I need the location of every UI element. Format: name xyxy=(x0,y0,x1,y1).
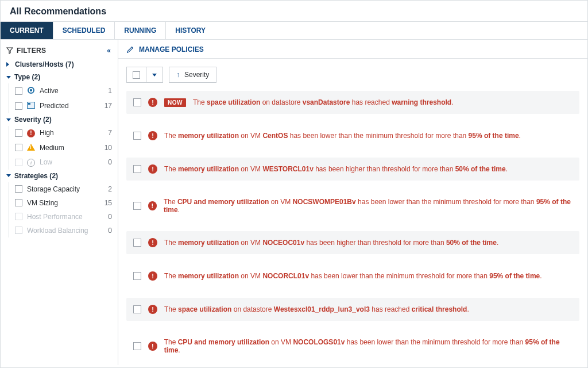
sidebar: FILTERS « Clusters/Hosts (7) Type (2) Ac… xyxy=(1,40,118,365)
recommendation-row[interactable]: !The space utilization on datastore West… xyxy=(126,298,579,321)
filter-item-label: VM Sizing xyxy=(27,199,95,207)
recommendation-message: The space utilization on datastore Weste… xyxy=(164,305,469,313)
layout: FILTERS « Clusters/Hosts (7) Type (2) Ac… xyxy=(1,40,587,365)
filter-item[interactable]: Active1 xyxy=(9,83,118,98)
severity-high-icon: ! xyxy=(148,271,157,281)
severity-high-icon: ! xyxy=(148,131,157,140)
row-checkbox[interactable] xyxy=(133,132,141,140)
caret-right-icon xyxy=(6,62,11,67)
row-checkbox[interactable] xyxy=(133,98,141,106)
filter-item: iLow0 xyxy=(9,155,118,170)
recommendation-message: The memory utilization on VM WESTORCL01v… xyxy=(164,165,508,173)
filter-group-clusters[interactable]: Clusters/Hosts (7) xyxy=(1,58,118,71)
checkbox-icon xyxy=(133,71,140,79)
arrow-up-icon: ↑ xyxy=(176,71,180,79)
checkbox[interactable] xyxy=(15,144,22,151)
recommendation-row[interactable]: !The memory utilization on VM NOCORCL01v… xyxy=(126,264,579,288)
recommendation-row[interactable]: !The memory utilization on VM WESTORCL01… xyxy=(126,158,579,181)
sort-button[interactable]: ↑ Severity xyxy=(169,67,216,83)
filter-item-count: 1 xyxy=(99,87,112,95)
tabs: CURRENTSCHEDULEDRUNNINGHISTORY xyxy=(1,21,587,40)
filter-item[interactable]: Predicted17 xyxy=(9,98,118,113)
row-checkbox[interactable] xyxy=(133,272,141,280)
active-icon xyxy=(27,86,35,95)
severity-high-icon: ! xyxy=(148,305,157,314)
select-all-checkbox[interactable] xyxy=(126,67,146,83)
severity-high-icon: ! xyxy=(148,201,157,210)
tab-scheduled[interactable]: SCHEDULED xyxy=(53,22,115,39)
filter-group-type[interactable]: Type (2) xyxy=(1,71,118,83)
main: MANAGE POLICIES ↑ Severity !NOWThe space… xyxy=(118,40,587,365)
checkbox xyxy=(15,159,22,166)
recommendation-row[interactable]: !The CPU and memory utilization on VM NO… xyxy=(126,331,579,361)
sort-label: Severity xyxy=(184,71,209,79)
manage-policies-link[interactable]: MANAGE POLICIES xyxy=(118,40,587,59)
filter-item-count: 0 xyxy=(99,227,112,235)
filter-item-label: Host Performance xyxy=(27,213,95,221)
checkbox[interactable] xyxy=(15,102,22,110)
row-checkbox[interactable] xyxy=(133,202,141,210)
manage-policies-label: MANAGE POLICIES xyxy=(139,45,204,53)
filter-group-label: Strategies (2) xyxy=(14,172,58,180)
filters-label: FILTERS xyxy=(6,47,46,55)
checkbox[interactable] xyxy=(15,199,22,206)
collapse-sidebar-button[interactable]: « xyxy=(107,47,111,55)
caret-down-icon xyxy=(6,174,11,177)
high-icon: ! xyxy=(27,129,35,137)
checkbox[interactable] xyxy=(15,87,22,95)
caret-down-icon xyxy=(6,118,11,121)
filter-item-count: 7 xyxy=(99,129,112,137)
tab-history[interactable]: HISTORY xyxy=(166,22,215,39)
row-checkbox[interactable] xyxy=(133,165,141,173)
checkbox[interactable] xyxy=(15,185,22,193)
recommendation-row[interactable]: !The memory utilization on VM CentOS has… xyxy=(126,124,579,147)
recommendation-row[interactable]: !NOWThe space utilization on datastore v… xyxy=(126,91,579,114)
filter-item-count: 10 xyxy=(99,144,112,152)
filter-item-count: 0 xyxy=(99,158,112,166)
funnel-icon xyxy=(6,47,13,54)
row-checkbox[interactable] xyxy=(133,342,141,350)
filter-item[interactable]: VM Sizing15 xyxy=(9,196,118,210)
filter-group-label: Clusters/Hosts (7) xyxy=(15,60,74,68)
low-icon: i xyxy=(27,158,35,167)
recommendation-message: The memory utilization on VM NOCORCL01v … xyxy=(164,272,542,280)
page-title: All Recommendations xyxy=(1,1,587,21)
recommendation-message: The memory utilization on VM NOCEOC01v h… xyxy=(164,239,498,247)
row-checkbox[interactable] xyxy=(133,239,141,247)
recommendation-message: The space utilization on datastore vsanD… xyxy=(193,98,454,106)
select-all-dropdown[interactable] xyxy=(146,67,163,83)
predicted-icon xyxy=(27,101,35,110)
filter-item-label: Low xyxy=(40,158,95,166)
filter-item-label: Medium xyxy=(40,144,95,152)
filter-group-label: Severity (2) xyxy=(14,116,52,124)
row-checkbox[interactable] xyxy=(133,305,141,313)
filter-group-strategies[interactable]: Strategies (2) xyxy=(1,170,118,182)
filter-item-label: Active xyxy=(40,87,95,95)
checkbox xyxy=(15,213,22,220)
window: All Recommendations CURRENTSCHEDULEDRUNN… xyxy=(0,0,588,368)
severity-high-icon: ! xyxy=(148,164,157,174)
filters-header: FILTERS « xyxy=(1,44,118,58)
filter-item-label: Storage Capacity xyxy=(27,185,95,193)
checkbox xyxy=(15,227,22,234)
filter-item[interactable]: Storage Capacity2 xyxy=(9,182,118,196)
recommendation-message: The memory utilization on VM CentOS has … xyxy=(164,132,521,140)
filters-text: FILTERS xyxy=(17,47,46,55)
filter-item-count: 15 xyxy=(99,199,112,207)
checkbox[interactable] xyxy=(15,129,22,137)
filter-item[interactable]: Medium10 xyxy=(9,140,118,155)
filter-item[interactable]: !High7 xyxy=(9,126,118,140)
filter-group-label: Type (2) xyxy=(14,73,40,81)
recommendation-row[interactable]: !The CPU and memory utilization on VM NO… xyxy=(126,191,579,221)
severity-high-icon: ! xyxy=(148,342,157,351)
filter-item: Workload Balancing0 xyxy=(9,224,118,237)
recommendation-message: The CPU and memory utilization on VM NOC… xyxy=(164,338,572,354)
tab-current[interactable]: CURRENT xyxy=(1,22,53,39)
tab-running[interactable]: RUNNING xyxy=(115,22,166,39)
filter-item-count: 17 xyxy=(99,102,112,110)
recommendation-row[interactable]: !The memory utilization on VM NOCEOC01v … xyxy=(126,231,579,254)
chevron-down-icon xyxy=(152,74,157,76)
filter-item-label: Predicted xyxy=(40,102,95,110)
filter-item-label: Workload Balancing xyxy=(27,227,95,235)
filter-group-severity[interactable]: Severity (2) xyxy=(1,113,118,126)
